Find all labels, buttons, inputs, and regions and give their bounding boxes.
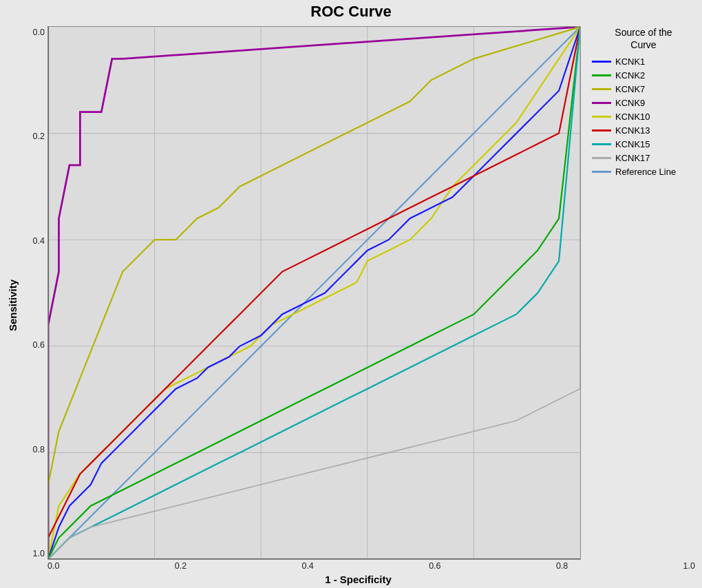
y-ticks: 1.0 0.8 0.6 0.4 0.2 0.0 <box>21 26 47 560</box>
x-axis-label: 1 - Specificity <box>21 574 695 585</box>
roc-chart-svg <box>48 27 580 559</box>
legend-color-line <box>592 171 611 173</box>
legend-item: KCNK7 <box>592 84 695 94</box>
legend-color-line <box>592 102 611 104</box>
legend-item: KCNK10 <box>592 112 695 122</box>
legend-item: KCNK15 <box>592 139 695 149</box>
plot-area <box>47 26 581 560</box>
legend-item-label: KCNK7 <box>615 84 645 94</box>
legend-items: KCNK1KCNK2KCNK7KCNK9KCNK10KCNK13KCNK15KC… <box>592 56 695 180</box>
legend-item-label: Reference Line <box>615 167 676 177</box>
chart-title: ROC Curve <box>310 3 391 21</box>
legend-color-line <box>592 157 611 159</box>
legend-item: Reference Line <box>592 167 695 177</box>
legend-item: KCNK17 <box>592 153 695 163</box>
legend-color-line <box>592 143 611 145</box>
legend-item-label: KCNK13 <box>615 125 650 136</box>
legend-item-label: KCNK17 <box>615 153 650 163</box>
legend-item-label: KCNK2 <box>615 70 645 81</box>
legend-color-line <box>592 88 611 90</box>
legend-color-line <box>592 116 611 118</box>
legend-item-label: KCNK10 <box>615 112 650 122</box>
legend-item: KCNK1 <box>592 56 695 67</box>
legend-item: KCNK2 <box>592 70 695 81</box>
legend-item-label: KCNK15 <box>615 139 650 149</box>
legend-item: KCNK13 <box>592 125 695 136</box>
legend: Source of theCurve KCNK1KCNK2KCNK7KCNK9K… <box>592 26 695 560</box>
x-ticks: 0.0 0.2 0.4 0.6 0.8 1.0 <box>47 560 695 571</box>
legend-item-label: KCNK9 <box>615 98 645 108</box>
legend-item: KCNK9 <box>592 98 695 108</box>
legend-color-line <box>592 74 611 76</box>
legend-title: Source of theCurve <box>592 26 695 51</box>
axis-wrapper: 1.0 0.8 0.6 0.4 0.2 0.0 <box>21 26 695 585</box>
y-axis-label: Sensitivity <box>7 280 19 331</box>
plot-row: 1.0 0.8 0.6 0.4 0.2 0.0 <box>21 26 695 560</box>
outer-container: ROC Curve Sensitivity 1.0 0.8 0.6 0.4 0.… <box>0 0 702 588</box>
legend-color-line <box>592 129 611 132</box>
legend-item-label: KCNK1 <box>615 56 645 67</box>
legend-color-line <box>592 61 611 63</box>
chart-body: Sensitivity 1.0 0.8 0.6 0.4 0.2 0.0 <box>7 26 695 585</box>
